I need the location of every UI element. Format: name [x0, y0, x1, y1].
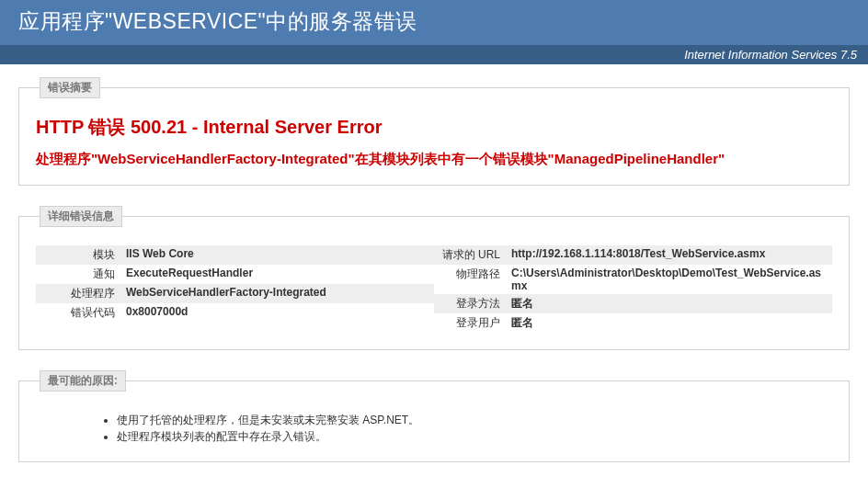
detail-value: 0x8007000d — [120, 303, 434, 323]
cause-item: 处理程序模块列表的配置中存在录入错误。 — [117, 428, 832, 445]
detail-label: 登录用户 — [434, 313, 506, 333]
detail-row: 处理程序 WebServiceHandlerFactory-Integrated — [36, 284, 434, 303]
detail-label: 通知 — [36, 265, 120, 284]
details-left-column: 模块 IIS Web Core 通知 ExecuteRequestHandler… — [36, 245, 434, 333]
detail-label: 请求的 URL — [434, 245, 506, 265]
detail-row: 错误代码 0x8007000d — [36, 303, 434, 323]
detail-label: 模块 — [36, 245, 120, 265]
causes-list: 使用了托管的处理程序，但是未安装或未完整安装 ASP.NET。 处理程序模块列表… — [36, 412, 832, 445]
detail-value: WebServiceHandlerFactory-Integrated — [120, 284, 434, 303]
details-left-table: 模块 IIS Web Core 通知 ExecuteRequestHandler… — [36, 245, 434, 323]
detail-value: ExecuteRequestHandler — [120, 265, 434, 284]
detail-row: 登录方法 匿名 — [434, 294, 832, 313]
error-subtitle: 处理程序"WebServiceHandlerFactory-Integrated… — [36, 149, 832, 168]
error-summary-legend: 错误摘要 — [40, 77, 100, 98]
detail-row: 通知 ExecuteRequestHandler — [36, 265, 434, 284]
detail-label: 登录方法 — [434, 294, 506, 313]
detail-value: IIS Web Core — [120, 245, 434, 265]
detail-row: 登录用户 匿名 — [434, 313, 832, 333]
detail-value: 匿名 — [506, 313, 832, 333]
likely-causes-legend: 最可能的原因: — [40, 370, 126, 392]
page-header: 应用程序"WEBSERVICE"中的服务器错误 — [0, 0, 868, 45]
likely-causes-panel: 最可能的原因: 使用了托管的处理程序，但是未安装或未完整安装 ASP.NET。 … — [18, 370, 850, 462]
detail-label: 处理程序 — [36, 284, 120, 303]
detail-value: C:\Users\Administrator\Desktop\Demo\Test… — [506, 265, 832, 294]
detail-value: 匿名 — [506, 294, 832, 313]
detail-label: 物理路径 — [434, 265, 506, 294]
detail-value: http://192.168.1.114:8018/Test_WebServic… — [506, 245, 832, 265]
error-details-legend: 详细错误信息 — [40, 206, 122, 227]
error-title: HTTP 错误 500.21 - Internal Server Error — [36, 115, 832, 140]
detail-row: 物理路径 C:\Users\Administrator\Desktop\Demo… — [434, 265, 832, 294]
cause-item: 使用了托管的处理程序，但是未安装或未完整安装 ASP.NET。 — [117, 412, 832, 428]
details-right-table: 请求的 URL http://192.168.1.114:8018/Test_W… — [434, 245, 832, 333]
details-right-column: 请求的 URL http://192.168.1.114:8018/Test_W… — [434, 245, 832, 333]
page-title: 应用程序"WEBSERVICE"中的服务器错误 — [18, 7, 850, 36]
detail-row: 模块 IIS Web Core — [36, 245, 434, 265]
product-label: Internet Information Services 7.5 — [684, 48, 857, 62]
product-bar: Internet Information Services 7.5 — [0, 45, 868, 64]
detail-row: 请求的 URL http://192.168.1.114:8018/Test_W… — [434, 245, 832, 265]
detail-label: 错误代码 — [36, 303, 120, 323]
error-details-panel: 详细错误信息 模块 IIS Web Core 通知 ExecuteRequest… — [18, 206, 850, 350]
error-summary-panel: 错误摘要 HTTP 错误 500.21 - Internal Server Er… — [18, 77, 850, 186]
content-area: 错误摘要 HTTP 错误 500.21 - Internal Server Er… — [0, 64, 868, 488]
